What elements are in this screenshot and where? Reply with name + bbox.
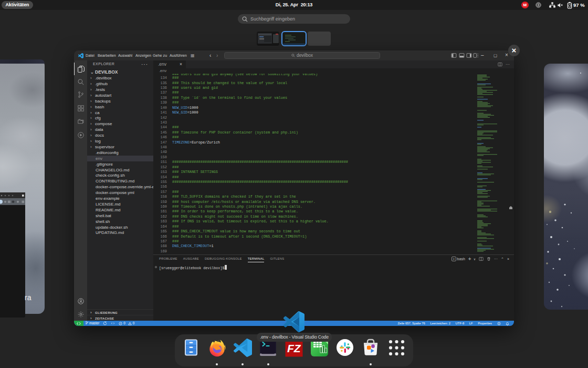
svg-text:FZ: FZ <box>287 342 301 354</box>
